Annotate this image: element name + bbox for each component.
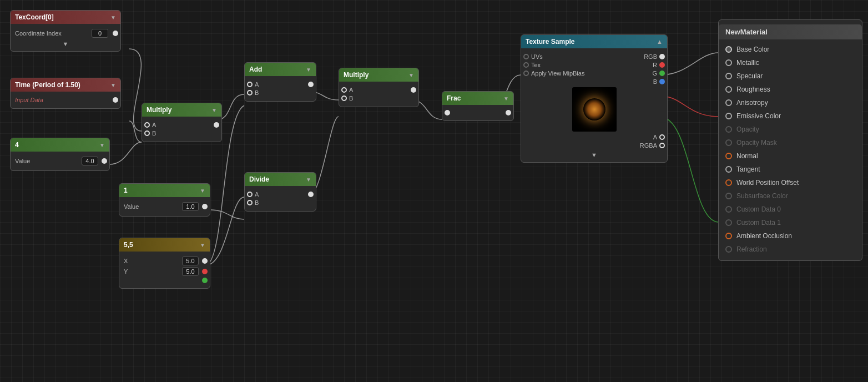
material-row-specular[interactable]: Specular <box>719 69 862 83</box>
multiply2-output-pin[interactable] <box>411 87 416 93</box>
frac-header[interactable]: Frac ▼ <box>442 92 513 105</box>
rgba-output-pin[interactable] <box>659 143 665 148</box>
rgba-label: RGBA <box>523 142 659 149</box>
add-a-input[interactable] <box>247 82 253 87</box>
multiply2-a-input[interactable] <box>341 87 347 93</box>
divide-output-pin[interactable] <box>308 192 314 197</box>
divide-dropdown[interactable]: ▼ <box>306 177 311 183</box>
add-header[interactable]: Add ▼ <box>245 63 316 76</box>
const4-output-pin[interactable] <box>102 158 107 164</box>
vec55-header[interactable]: 5,5 ▼ <box>119 238 210 252</box>
vec55-y-output[interactable] <box>202 269 208 274</box>
multiply1-output-pin[interactable] <box>214 122 219 128</box>
material-row-custom-data-0[interactable]: Custom Data 0 <box>719 203 862 216</box>
divide-a-input[interactable] <box>247 192 253 197</box>
divide-b-input[interactable] <box>247 200 253 205</box>
multiply2-b-input[interactable] <box>341 96 347 101</box>
material-row-subsurface-color[interactable]: Subsurface Color <box>719 189 862 203</box>
multiply1-header[interactable]: Multiply ▼ <box>142 103 221 117</box>
a-output-pin[interactable] <box>659 134 665 140</box>
b-output-pin[interactable] <box>659 79 665 84</box>
material-row-custom-data-1[interactable]: Custom Data 1 <box>719 216 862 229</box>
vec55-y-value[interactable]: 5.0 <box>182 267 199 276</box>
const1-output-pin[interactable] <box>202 204 208 209</box>
time-header[interactable]: Time (Period of 1.50) ▼ <box>11 78 120 92</box>
divide-header[interactable]: Divide ▼ <box>245 173 316 186</box>
const1-dropdown[interactable]: ▼ <box>200 188 205 194</box>
rgb-output-pin[interactable] <box>659 54 665 59</box>
vec55-dropdown[interactable]: ▼ <box>200 242 205 248</box>
tex-label: Tex <box>529 62 594 68</box>
texture-sample-collapse[interactable]: ▲ <box>657 38 663 45</box>
texcoord-title: TexCoord[0] <box>15 13 54 21</box>
divide-a-label: A <box>253 191 308 198</box>
b-label: B <box>523 78 659 85</box>
texcoord-header[interactable]: TexCoord[0] ▼ <box>11 11 120 24</box>
material-label-14: Ambient Occlusion <box>736 232 792 240</box>
add-output-pin[interactable] <box>308 82 314 87</box>
coord-index-label: Coordinate Index <box>13 30 92 37</box>
const4-header[interactable]: 4 ▼ <box>11 138 109 152</box>
material-panel: NewMaterial Base ColorMetallicSpecularRo… <box>718 19 862 261</box>
material-label-7: Opacity Mask <box>736 139 777 147</box>
vec55-x-value[interactable]: 5.0 <box>182 257 199 265</box>
material-rows: Base ColorMetallicSpecularRoughnessAniso… <box>719 43 862 256</box>
material-row-world-position-offset[interactable]: World Position Offset <box>719 176 862 189</box>
material-row-normal[interactable]: Normal <box>719 149 862 163</box>
material-row-roughness[interactable]: Roughness <box>719 83 862 96</box>
r-output-pin[interactable] <box>659 62 665 68</box>
g-output-pin[interactable] <box>659 71 665 76</box>
uvs-label: UVs <box>529 53 594 60</box>
material-row-metallic[interactable]: Metallic <box>719 56 862 69</box>
multiply1-title: Multiply <box>147 106 171 114</box>
time-output-pin[interactable] <box>113 97 118 103</box>
material-row-opacity-mask[interactable]: Opacity Mask <box>719 136 862 149</box>
material-pin-13 <box>725 219 732 226</box>
const4-dropdown[interactable]: ▼ <box>99 142 105 148</box>
add-dropdown[interactable]: ▼ <box>306 67 311 73</box>
material-row-ambient-occlusion[interactable]: Ambient Occlusion <box>719 229 862 243</box>
multiply1-a-input[interactable] <box>144 122 150 128</box>
const1-header[interactable]: 1 ▼ <box>119 184 210 197</box>
texture-collapse-bottom[interactable]: ▼ <box>591 152 597 158</box>
material-row-base-color[interactable]: Base Color <box>719 43 862 56</box>
multiply1-dropdown[interactable]: ▼ <box>211 107 217 113</box>
time-subtitle: Input Data <box>13 97 113 103</box>
r-label: R <box>594 62 660 68</box>
time-node: Time (Period of 1.50) ▼ Input Data <box>10 78 121 109</box>
vec55-x-output[interactable] <box>202 258 208 264</box>
texcoord-dropdown[interactable]: ▼ <box>110 14 116 21</box>
applyview-input-pin[interactable] <box>523 71 529 76</box>
material-label-5: Emissive Color <box>736 112 781 120</box>
frac-input-pin[interactable] <box>445 110 450 115</box>
frac-dropdown[interactable]: ▼ <box>503 96 509 102</box>
material-pin-7 <box>725 139 732 146</box>
material-pin-8 <box>725 153 732 159</box>
add-b-input[interactable] <box>247 90 253 96</box>
multiply1-b-input[interactable] <box>144 130 150 136</box>
material-pin-14 <box>725 233 732 239</box>
texcoord-output-pin[interactable] <box>113 31 118 36</box>
texcoord-collapse[interactable]: ▼ <box>63 41 69 47</box>
time-dropdown[interactable]: ▼ <box>110 82 116 88</box>
applyview-label: Apply View MipBias <box>529 70 594 77</box>
vec55-z-output[interactable] <box>202 278 208 283</box>
texture-sample-node: Texture Sample ▲ UVs RGB Tex R Apply Vie… <box>521 34 668 163</box>
a-label: A <box>523 134 659 140</box>
material-row-tangent[interactable]: Tangent <box>719 163 862 176</box>
frac-output-pin[interactable] <box>506 110 511 115</box>
material-row-opacity[interactable]: Opacity <box>719 123 862 136</box>
material-label-6: Opacity <box>736 125 759 133</box>
material-row-emissive-color[interactable]: Emissive Color <box>719 109 862 123</box>
const4-value[interactable]: 4.0 <box>82 157 98 165</box>
const1-value[interactable]: 1.0 <box>182 202 199 211</box>
uvs-input-pin[interactable] <box>523 54 529 59</box>
tex-input-pin[interactable] <box>523 62 529 68</box>
multiply2-dropdown[interactable]: ▼ <box>408 72 414 78</box>
g-label: G <box>594 70 660 77</box>
material-row-anisotropy[interactable]: Anisotropy <box>719 96 862 109</box>
multiply2-header[interactable]: Multiply ▼ <box>339 68 418 82</box>
material-row-refraction[interactable]: Refraction <box>719 243 862 256</box>
coord-index-value[interactable]: 0 <box>92 29 108 38</box>
texture-sample-header[interactable]: Texture Sample ▲ <box>521 35 667 48</box>
